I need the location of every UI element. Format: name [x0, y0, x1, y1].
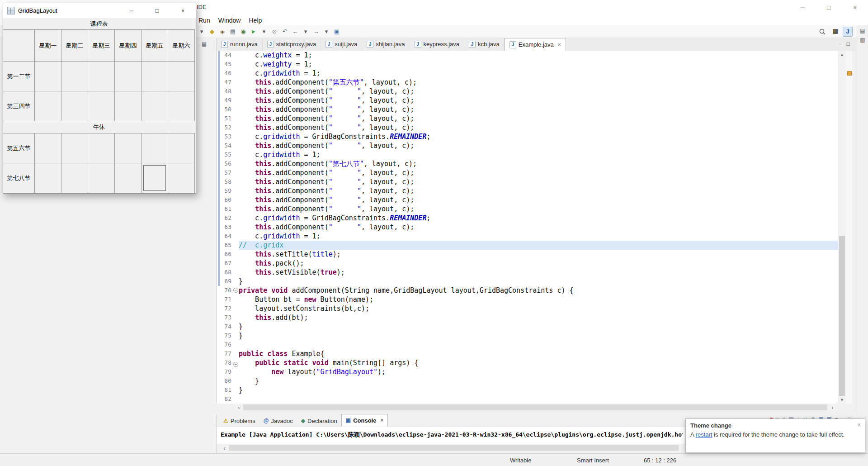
tab-keypress.java[interactable]: Jkeypress.java — [410, 38, 464, 50]
scroll-left-icon[interactable]: ‹ — [235, 404, 243, 411]
overview-ruler[interactable] — [846, 51, 852, 404]
timetable-cell[interactable] — [88, 91, 115, 121]
line-number[interactable]: 45 — [221, 60, 231, 69]
line-number[interactable]: 55 — [221, 150, 231, 159]
print-icon[interactable]: ▤ — [228, 27, 237, 37]
code-line-56[interactable]: this.addComponent("第七八节", layout, c); — [239, 159, 838, 168]
editor-horizontal-scrollbar[interactable]: ‹ › — [235, 404, 836, 411]
code-line-67[interactable]: this.pack(); — [239, 259, 838, 268]
line-number[interactable]: 68 — [221, 268, 231, 277]
open-perspective-icon[interactable]: ▦ — [831, 27, 840, 36]
line-number[interactable]: 69 — [221, 277, 231, 286]
editor-vertical-scrollbar[interactable]: ▲ ▼ — [838, 51, 846, 404]
line-number[interactable]: 75 — [221, 331, 231, 340]
line-number[interactable]: 60 — [221, 195, 231, 204]
menu-help[interactable]: Help — [245, 17, 266, 24]
forward-icon[interactable]: → — [311, 27, 321, 37]
new-wizard-dropdown-icon[interactable]: ▾ — [197, 27, 206, 37]
code-line-82[interactable] — [239, 395, 838, 404]
run-dropdown-icon[interactable]: ▾ — [259, 27, 269, 37]
timetable-day-header[interactable]: 星期四 — [114, 29, 142, 62]
line-number[interactable]: 74 — [221, 322, 231, 331]
fold-collapse-icon[interactable]: − — [233, 362, 238, 367]
timetable-day-header[interactable]: 星期一 — [34, 29, 61, 62]
tab-runnn.java[interactable]: Jrunnn.java — [217, 38, 263, 50]
tab-staticproxy.java[interactable]: Jstaticproxy.java — [263, 38, 321, 50]
line-number[interactable]: 52 — [221, 123, 231, 132]
code-line-77[interactable]: public class Example{ — [239, 349, 838, 358]
folding-ruler[interactable]: −− — [233, 51, 239, 404]
code-line-45[interactable]: c.weighty = 1; — [239, 60, 838, 69]
timetable-cell[interactable] — [168, 133, 195, 163]
tab-console[interactable]: ▣Console× — [341, 414, 388, 427]
code-line-80[interactable]: } — [239, 376, 838, 385]
line-number[interactable]: 50 — [221, 105, 231, 114]
close-tab-icon[interactable]: × — [558, 42, 561, 48]
console-horizontal-scrollbar[interactable]: ‹ — [221, 444, 686, 452]
tab-kcb.java[interactable]: Jkcb.java — [464, 38, 505, 50]
line-number[interactable]: 56 — [221, 159, 231, 168]
code-line-69[interactable]: } — [239, 277, 838, 286]
minimize-button[interactable]: ─ — [118, 3, 144, 18]
timetable-cell[interactable] — [141, 91, 168, 121]
line-number[interactable]: 81 — [221, 385, 231, 395]
timetable-corner-cell[interactable] — [3, 29, 35, 62]
code-line-57[interactable]: this.addComponent(" ", layout, c); — [239, 168, 838, 177]
line-number[interactable]: 64 — [221, 232, 231, 241]
scroll-up-icon[interactable]: ▲ — [838, 51, 846, 58]
line-number[interactable]: 78 — [221, 358, 231, 367]
tab-problems[interactable]: ⚠Problems — [219, 415, 259, 427]
line-number[interactable]: 73 — [221, 313, 231, 322]
timetable-cell-focused[interactable] — [141, 163, 168, 193]
swing-titlebar[interactable]: GridBagLayout ─□× — [3, 3, 196, 18]
code-line-48[interactable]: this.addComponent(" ", layout, c); — [239, 87, 838, 96]
code-line-62[interactable]: c.gridwidth = GridBagConstraints.REMAIND… — [239, 214, 838, 223]
code-line-51[interactable]: this.addComponent(" ", layout, c); — [239, 114, 838, 123]
timetable-cell[interactable] — [168, 61, 195, 91]
code-line-53[interactable]: c.gridwidth = GridBagConstraints.REMAIND… — [239, 132, 838, 141]
code-line-49[interactable]: this.addComponent(" ", layout, c); — [239, 96, 838, 105]
skip-breakpoints-icon[interactable]: ⊘ — [270, 27, 279, 37]
line-number[interactable]: 72 — [221, 304, 231, 313]
timetable-cell[interactable] — [34, 163, 61, 193]
timetable-header-cell[interactable]: 课程表 — [3, 18, 195, 30]
maximize-window-button[interactable]: □ — [816, 0, 842, 15]
tab-Example.java[interactable]: JExample.java× — [505, 38, 566, 51]
code-line-71[interactable]: Button bt = new Button(name); — [239, 295, 838, 304]
close-window-button[interactable]: × — [842, 0, 868, 15]
line-number[interactable]: 46 — [221, 69, 231, 78]
line-number[interactable]: 82 — [221, 395, 231, 404]
console-scrollbar-thumb[interactable] — [229, 445, 679, 451]
timetable-cell[interactable] — [141, 133, 168, 163]
minimize-window-button[interactable]: ─ — [789, 0, 816, 15]
close-button[interactable]: × — [170, 3, 196, 18]
timetable-cell[interactable] — [114, 91, 142, 121]
code-line-54[interactable]: this.addComponent(" ", layout, c); — [239, 141, 838, 150]
line-number[interactable]: 76 — [221, 340, 231, 349]
code-line-44[interactable]: c.weightx = 1; — [239, 51, 838, 60]
code-line-74[interactable]: } — [239, 322, 838, 331]
code-line-64[interactable]: c.gridwidth = 1; — [239, 232, 838, 241]
line-number[interactable]: 48 — [221, 87, 231, 96]
line-number[interactable]: 49 — [221, 96, 231, 105]
code-line-76[interactable] — [239, 340, 838, 349]
code-line-73[interactable]: this.add(bt); — [239, 313, 838, 322]
line-number[interactable]: 44 — [221, 51, 231, 60]
menu-run[interactable]: Run — [194, 17, 214, 24]
scroll-right-icon[interactable]: › — [829, 404, 836, 411]
run-icon[interactable]: ► — [249, 27, 258, 37]
code-line-68[interactable]: this.setVisible(true); — [239, 268, 838, 277]
back-dropdown-icon[interactable]: ▾ — [301, 27, 310, 37]
maximize-editor-icon[interactable]: □ — [847, 41, 850, 47]
line-number[interactable]: 59 — [221, 186, 231, 195]
line-number[interactable]: 79 — [221, 367, 231, 376]
line-number[interactable]: 47 — [221, 78, 231, 87]
line-number[interactable]: 66 — [221, 250, 231, 259]
line-number-ruler[interactable]: 4445464748495051525354555657585960616263… — [221, 51, 233, 404]
maximize-button[interactable]: □ — [144, 3, 170, 18]
code-line-50[interactable]: this.addComponent(" ", layout, c); — [239, 105, 838, 114]
line-number[interactable]: 70 — [221, 286, 231, 295]
tab-shijian.java[interactable]: Jshijian.java — [362, 38, 410, 50]
timetable-cell[interactable] — [88, 163, 115, 193]
timetable-cell[interactable] — [141, 61, 168, 91]
